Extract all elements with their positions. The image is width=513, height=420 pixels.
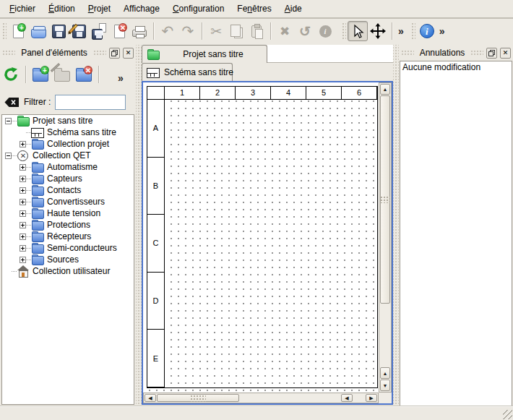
save-as-button[interactable] — [69, 21, 89, 41]
new-document-button[interactable]: + — [8, 21, 28, 41]
tree-item[interactable]: Automatisme — [2, 161, 134, 173]
diagram-view[interactable]: 123456 ABCDE ▲ ▲ ▼ ◀ ◀ ▶ — [142, 81, 393, 405]
paste-button[interactable] — [246, 21, 267, 41]
tree-expander-icon[interactable] — [20, 222, 26, 228]
tab-diagram[interactable]: Schéma sans titre — [142, 63, 233, 81]
tree-expander-icon[interactable] — [20, 233, 26, 240]
tree-item[interactable]: Sources — [2, 254, 134, 265]
tree-expander-icon[interactable] — [20, 245, 26, 252]
clear-filter-icon[interactable] — [4, 97, 20, 108]
menu-item[interactable]: Projet — [82, 0, 117, 17]
tree-item[interactable]: Collection projet — [2, 138, 134, 150]
tree-item[interactable]: Protections — [2, 219, 134, 231]
tree-expander-icon[interactable] — [5, 118, 12, 124]
tree-item-icon — [17, 266, 30, 276]
rotate-button[interactable]: ↺ — [295, 21, 315, 41]
new-category-button[interactable]: + — [30, 64, 51, 85]
menu-item[interactable]: Fichier — [3, 0, 42, 17]
toolbar-drag-handle[interactable] — [410, 22, 415, 40]
copy-button[interactable] — [226, 21, 246, 41]
save-all-button[interactable] — [89, 21, 109, 41]
tree-expander-icon[interactable] — [20, 199, 26, 205]
tree-expander-icon[interactable] — [20, 141, 26, 147]
left-dock-splitter[interactable] — [136, 45, 142, 406]
info-button[interactable]: i — [417, 21, 437, 41]
vertical-scroll-thumb[interactable] — [380, 95, 390, 304]
element-properties-button[interactable]: i — [315, 21, 335, 41]
open-button[interactable] — [28, 21, 48, 41]
toolbar-drag-handle[interactable] — [1, 22, 7, 40]
horizontal-scrollbar[interactable]: ◀ ◀ ▶ — [143, 393, 379, 403]
close-file-button[interactable]: ✕ — [109, 21, 129, 41]
tree-item[interactable]: Récepteurs — [2, 231, 134, 242]
float-icon — [111, 50, 118, 56]
project-folder-icon — [147, 49, 160, 59]
undo-history-list[interactable]: Aucune modification — [400, 61, 512, 406]
tree-expander-icon[interactable] — [20, 187, 26, 194]
vertical-scrollbar[interactable]: ▲ ▲ ▼ — [379, 82, 392, 393]
scroll-up-button[interactable]: ▲ — [380, 84, 390, 95]
move-mode-button[interactable] — [368, 21, 388, 41]
elements-tree: Projet sans titre Schéma sans titre Coll… — [1, 114, 134, 405]
scroll-down-button[interactable]: ▼ — [380, 380, 390, 391]
close-panel-button[interactable]: ✕ — [123, 48, 134, 59]
info-blue-icon: i — [420, 24, 434, 38]
elements-panel-titlebar[interactable]: Panel d'éléments ✕ — [0, 45, 136, 61]
float-panel-button[interactable] — [109, 48, 120, 59]
undo-list-item[interactable]: Aucune modification — [400, 61, 512, 73]
scroll-up-button[interactable]: ▲ — [380, 367, 390, 379]
reload-collections-button[interactable] — [0, 64, 22, 85]
tree-item[interactable]: Convertisseurs — [2, 196, 134, 207]
selection-mode-button[interactable] — [348, 21, 368, 41]
menu-item[interactable]: Aide — [278, 0, 309, 17]
tree-expander-icon[interactable] — [20, 164, 26, 171]
horizontal-scroll-thumb[interactable] — [157, 394, 239, 402]
column-header-cell: 1 — [165, 87, 200, 99]
tree-branch-line — [26, 213, 31, 214]
close-panel-button[interactable]: ✕ — [500, 48, 511, 59]
menu-item[interactable]: Affichage — [117, 0, 166, 17]
tree-item[interactable]: Projet sans titre — [2, 115, 134, 127]
diagram-scene[interactable]: 123456 ABCDE — [143, 82, 379, 393]
tree-item[interactable]: Schéma sans titre — [2, 127, 134, 138]
scroll-left-button[interactable]: ◀ — [145, 394, 156, 402]
delete-button[interactable]: ✖ — [275, 21, 295, 41]
delete-category-button[interactable]: ✕ — [73, 64, 95, 85]
menu-item[interactable]: Configuration — [166, 0, 230, 17]
tree-item-label: Semi-conducteurs — [47, 243, 117, 253]
float-panel-button[interactable] — [486, 48, 497, 59]
tree-item[interactable]: Semi-conducteurs — [2, 242, 134, 254]
tab-project[interactable]: Projet sans titre — [142, 45, 267, 63]
tree-item[interactable]: Capteurs — [2, 173, 134, 184]
toolbar-overflow-chevron[interactable]: » — [437, 25, 447, 37]
scroll-left-button[interactable]: ◀ — [341, 394, 353, 402]
tree-expander-icon[interactable] — [5, 153, 12, 159]
menu-item[interactable]: Édition — [42, 0, 82, 17]
edit-category-button[interactable] — [51, 64, 73, 85]
undo-button[interactable]: ↶ — [158, 21, 178, 41]
tree-expander-icon[interactable] — [20, 257, 26, 263]
panel-toolbar-overflow-chevron[interactable]: » — [116, 72, 126, 84]
tree-item[interactable]: Haute tension — [2, 207, 134, 219]
undo-panel-titlebar[interactable]: Annulations ✕ — [399, 45, 513, 61]
toolbar-drag-handle[interactable] — [341, 22, 346, 40]
toolbar-separator — [202, 22, 202, 40]
cut-button[interactable]: ✂ — [206, 21, 226, 41]
right-dock-splitter[interactable] — [393, 45, 399, 406]
tree-item-icon — [31, 197, 44, 207]
redo-button[interactable]: ↷ — [178, 21, 198, 41]
project-tab-label: Projet sans titre — [164, 49, 262, 59]
tree-item[interactable]: Contacts — [2, 184, 134, 196]
resize-grip-icon[interactable] — [503, 410, 512, 419]
tree-item[interactable]: Collection utilisateur — [2, 265, 134, 277]
print-button[interactable] — [129, 21, 150, 41]
filter-input[interactable] — [55, 95, 126, 110]
tree-expander-icon[interactable] — [20, 176, 26, 182]
toolbar-overflow-chevron[interactable]: » — [396, 25, 406, 37]
tree-expander-icon[interactable] — [20, 210, 26, 217]
scroll-right-button[interactable]: ▶ — [366, 394, 377, 402]
save-button[interactable] — [48, 21, 69, 41]
menu-item[interactable]: Fenêtres — [230, 0, 277, 17]
tree-item[interactable]: Collection QET — [2, 150, 134, 161]
scroll-grip — [190, 395, 206, 402]
